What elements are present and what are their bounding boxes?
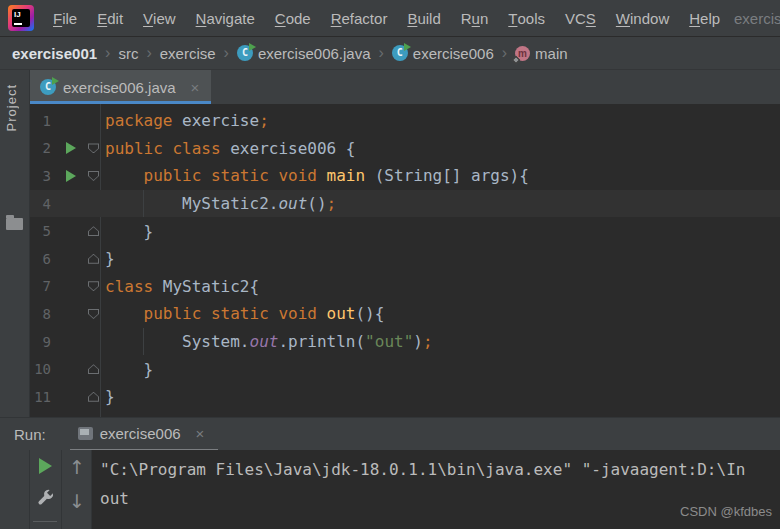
run-panel-header: Run: exercise006 × [0, 417, 780, 450]
rerun-button[interactable] [39, 458, 52, 474]
fold-marker-icon[interactable] [88, 364, 99, 374]
line-number: 7 [30, 278, 60, 294]
menu-run[interactable]: Run [451, 0, 499, 37]
scroll-up-button[interactable]: ↑ [62, 456, 92, 478]
fold-marker-icon[interactable] [88, 171, 99, 181]
gutter-run-column [60, 142, 82, 154]
console-scroll-toolbar: ↑ ↓ [62, 450, 92, 529]
fold-marker-icon[interactable] [88, 392, 99, 402]
line-number: 6 [30, 251, 60, 267]
breadcrumb-separator: › [105, 44, 110, 62]
menu-tools[interactable]: Tools [498, 0, 555, 37]
code-line[interactable]: 4 MyStatic2.out(); [30, 190, 780, 218]
code-text: MyStatic2.out(); [105, 194, 336, 213]
run-tab-label: exercise006 [100, 425, 181, 442]
line-number: 11 [30, 389, 60, 405]
fold-marker-icon[interactable] [88, 281, 99, 291]
code-line[interactable]: 2public class exercise006 { [30, 135, 780, 163]
run-toolbar [30, 450, 62, 529]
breadcrumb-main[interactable]: mmain [515, 45, 568, 62]
breadcrumb-bar: exercise001›src›exercise›Cexercise006.ja… [0, 37, 780, 70]
code-line[interactable]: 9 System.out.println("out"); [30, 328, 780, 356]
gutter-fold-column [82, 364, 105, 374]
menu-window[interactable]: Window [606, 0, 679, 37]
gutter-fold-column [82, 226, 105, 236]
breadcrumb-exercise006-java[interactable]: Cexercise006.java [237, 45, 371, 62]
code-text: class MyStatic2{ [105, 277, 259, 296]
run-tab[interactable]: exercise006 × [70, 418, 219, 451]
menu-edit[interactable]: Edit [87, 0, 133, 37]
project-stripe-label[interactable]: Project [4, 84, 19, 131]
breadcrumb-label: exercise006.java [258, 45, 371, 62]
gutter-fold-column [82, 309, 105, 319]
gutter-run-column [60, 170, 82, 182]
menu-vcs[interactable]: VCS [555, 0, 606, 37]
tab-close-icon[interactable]: × [191, 79, 200, 96]
code-line[interactable]: 7class MyStatic2{ [30, 273, 780, 301]
breadcrumb-separator: › [146, 44, 151, 62]
gutter-fold-column [82, 171, 105, 181]
run-tab-close-icon[interactable]: × [196, 425, 205, 442]
menu-refactor[interactable]: Refactor [321, 0, 398, 37]
code-line[interactable]: 10 } [30, 355, 780, 383]
menu-view[interactable]: View [133, 0, 186, 37]
fold-marker-icon[interactable] [88, 143, 99, 153]
breadcrumb-exercise001[interactable]: exercise001 [12, 45, 97, 62]
settings-wrench-icon[interactable] [37, 488, 55, 506]
editor-tab[interactable]: C exercise006.java × [30, 70, 211, 104]
breadcrumb-separator: › [502, 44, 507, 62]
code-area[interactable]: 1package exercise;2public class exercise… [30, 107, 780, 411]
run-panel-body: ↑ ↓ "C:\Program Files\Java\jdk-18.0.1.1\… [30, 450, 780, 529]
console-output[interactable]: "C:\Program Files\Java\jdk-18.0.1.1\bin\… [92, 450, 780, 529]
toolbar-divider [33, 521, 57, 522]
gutter-fold-column [82, 392, 105, 402]
class-icon: C [237, 45, 253, 61]
scroll-down-button[interactable]: ↓ [62, 490, 92, 512]
console-line: out [100, 484, 780, 513]
code-line[interactable]: 6} [30, 245, 780, 273]
fold-marker-icon[interactable] [88, 226, 99, 236]
line-number: 9 [30, 334, 60, 350]
console-line: "C:\Program Files\Java\jdk-18.0.1.1\bin\… [100, 455, 780, 484]
breadcrumb-label: src [118, 45, 138, 62]
run-line-icon[interactable] [66, 170, 76, 182]
menu-help[interactable]: Help [679, 0, 730, 37]
code-text: public static void out(){ [105, 304, 384, 323]
menu-code[interactable]: Code [265, 0, 321, 37]
line-number: 3 [30, 168, 60, 184]
code-text: System.out.println("out"); [105, 332, 433, 351]
breadcrumb-exercise[interactable]: exercise [160, 45, 216, 62]
menu-build[interactable]: Build [397, 0, 450, 37]
code-text: public static void main (String[] args){ [105, 166, 529, 185]
code-text: } [105, 387, 115, 406]
menu-file[interactable]: File [43, 0, 87, 37]
watermark-text: CSDN @kfdbes [680, 504, 772, 519]
editor-tab-strip: C exercise006.java × [30, 70, 780, 104]
class-icon: C [392, 45, 408, 61]
code-editor[interactable]: 1package exercise;2public class exercise… [30, 104, 780, 417]
run-line-icon[interactable] [66, 142, 76, 154]
code-line[interactable]: 11} [30, 383, 780, 411]
line-number: 5 [30, 223, 60, 239]
class-icon: C [40, 79, 56, 95]
code-text: package exercise; [105, 111, 269, 130]
line-number: 10 [30, 361, 60, 377]
code-line[interactable]: 8 public static void out(){ [30, 300, 780, 328]
fold-marker-icon[interactable] [88, 309, 99, 319]
code-text: } [105, 360, 153, 379]
folder-icon[interactable] [6, 218, 23, 230]
menu-navigate[interactable]: Navigate [186, 0, 265, 37]
code-text: } [105, 249, 115, 268]
project-stripe[interactable]: Project [0, 70, 30, 529]
method-icon: m [515, 46, 530, 61]
indent-guide [143, 328, 144, 356]
breadcrumb-exercise006[interactable]: Cexercise006 [392, 45, 494, 62]
breadcrumb-label: exercise001 [12, 45, 97, 62]
indent-guide [143, 190, 144, 218]
breadcrumb-separator: › [379, 44, 384, 62]
code-line[interactable]: 1package exercise; [30, 107, 780, 135]
fold-marker-icon[interactable] [88, 254, 99, 264]
code-line[interactable]: 3 public static void main (String[] args… [30, 162, 780, 190]
code-line[interactable]: 5 } [30, 217, 780, 245]
breadcrumb-src[interactable]: src [118, 45, 138, 62]
